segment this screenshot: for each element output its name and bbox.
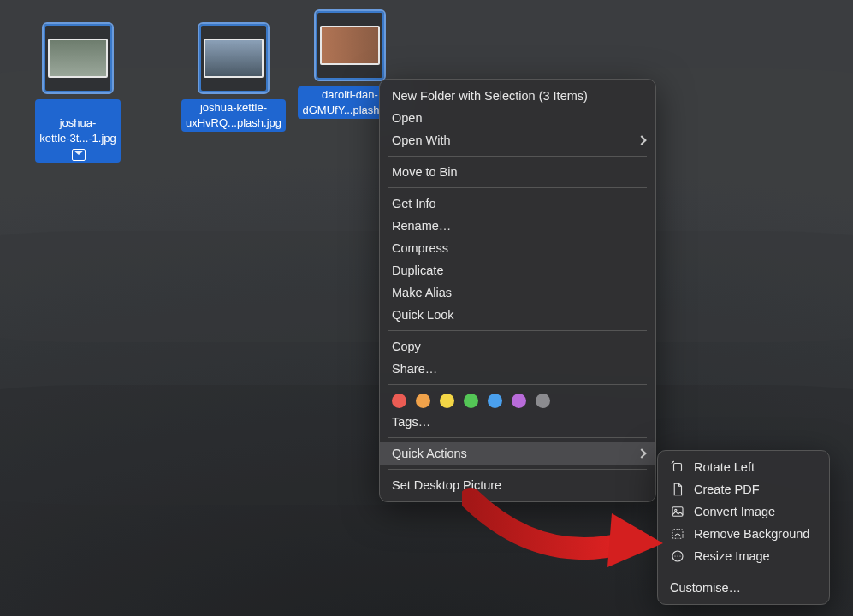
menu-item-label: Remove Background (694, 525, 809, 542)
menu-separator (388, 384, 647, 385)
chevron-right-icon (637, 448, 646, 458)
thumbnail-image (204, 38, 264, 78)
menu-item-label: Resize Image (694, 548, 770, 565)
submenu-item-create-pdf[interactable]: Create PDF (658, 478, 829, 500)
context-menu: New Folder with Selection (3 Items) Open… (379, 79, 656, 502)
menu-item-open-with[interactable]: Open With (380, 129, 655, 151)
file-label-text: joshua- kettle-3t...-1.jpg (39, 116, 116, 145)
tag-color-red[interactable] (392, 394, 406, 408)
menu-item-set-desktop-picture[interactable]: Set Desktop Picture (380, 474, 655, 496)
file-label: joshua-kettle- uxHvRQ...plash.jpg (181, 99, 286, 132)
image-icon (670, 504, 685, 519)
tags-row (380, 389, 655, 411)
tag-color-green[interactable] (464, 394, 478, 408)
menu-separator (388, 156, 647, 157)
menu-item-rename[interactable]: Rename… (380, 215, 655, 237)
submenu-item-resize-image[interactable]: Resize Image (658, 545, 829, 567)
svg-rect-1 (672, 507, 683, 517)
tag-color-blue[interactable] (488, 394, 502, 408)
menu-separator (666, 572, 820, 572)
menu-item-open[interactable]: Open (380, 107, 655, 129)
tag-color-gray[interactable] (536, 394, 550, 408)
menu-item-share[interactable]: Share… (380, 358, 655, 380)
document-icon (670, 482, 685, 497)
menu-item-move-to-bin[interactable]: Move to Bin (380, 161, 655, 183)
svg-point-7 (679, 555, 680, 556)
menu-item-new-folder-selection[interactable]: New Folder with Selection (3 Items) (380, 85, 655, 107)
menu-item-copy[interactable]: Copy (380, 335, 655, 358)
menu-separator (388, 187, 647, 188)
svg-rect-0 (674, 464, 682, 471)
file-thumbnail (314, 9, 386, 81)
submenu-item-customise[interactable]: Customise… (658, 577, 829, 599)
file-thumbnail (42, 22, 114, 94)
chevron-right-icon (637, 135, 646, 145)
menu-item-label: Open With (392, 132, 451, 149)
svg-point-6 (677, 555, 678, 556)
menu-separator (388, 469, 647, 470)
remove-background-icon (670, 526, 685, 542)
submenu-item-remove-background[interactable]: Remove Background (658, 523, 829, 545)
menu-item-label: Rotate Left (694, 459, 755, 476)
mail-badge-icon (72, 149, 86, 161)
thumbnail-image (320, 26, 380, 65)
menu-item-label: Convert Image (694, 503, 775, 520)
menu-item-get-info[interactable]: Get Info (380, 192, 655, 215)
menu-item-tags[interactable]: Tags… (380, 411, 655, 433)
menu-item-compress[interactable]: Compress (380, 237, 655, 259)
svg-point-5 (674, 555, 675, 556)
menu-item-quick-actions[interactable]: Quick Actions (380, 442, 655, 465)
submenu-item-rotate-left[interactable]: Rotate Left (658, 456, 829, 478)
file-label: joshua- kettle-3t...-1.jpg (35, 99, 121, 163)
menu-item-make-alias[interactable]: Make Alias (380, 281, 655, 304)
menu-separator (388, 330, 647, 331)
menu-item-quick-look[interactable]: Quick Look (380, 304, 655, 326)
menu-separator (388, 437, 647, 438)
tag-color-orange[interactable] (416, 394, 430, 408)
menu-item-label: Quick Actions (392, 445, 467, 462)
menu-item-label: Create PDF (694, 481, 760, 498)
submenu-item-convert-image[interactable]: Convert Image (658, 500, 829, 523)
rotate-left-icon (670, 459, 685, 475)
ellipsis-circle-icon (670, 548, 685, 564)
tag-color-yellow[interactable] (440, 394, 454, 408)
quick-actions-submenu: Rotate Left Create PDF Convert Image Rem… (657, 450, 830, 605)
file-thumbnail (198, 22, 270, 94)
desktop-file[interactable]: joshua- kettle-3t...-1.jpg (5, 22, 151, 163)
tag-color-purple[interactable] (512, 394, 526, 408)
thumbnail-image (48, 38, 108, 78)
menu-item-duplicate[interactable]: Duplicate (380, 259, 655, 281)
